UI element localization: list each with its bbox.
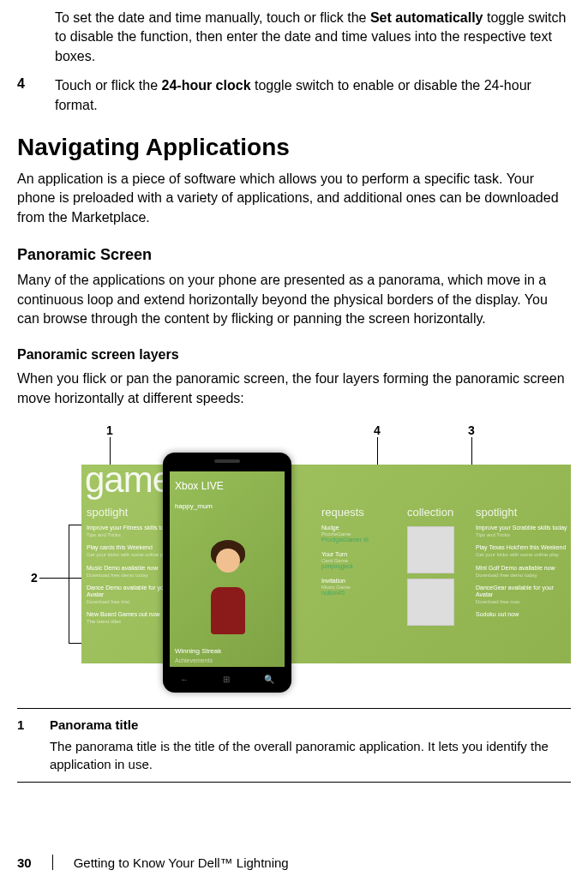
section-spotlight2: spotlight: [476, 506, 517, 519]
spotlight2-list: Improve your Scrabble skills todayTips a…: [476, 525, 570, 625]
list-item: Play Texas Hold'em this WeekendGet your …: [476, 544, 570, 557]
requests-list: NudgePuzzleGameProdigalGamer III Your Tu…: [321, 525, 399, 604]
list-item: NudgePuzzleGameProdigalGamer III: [321, 525, 399, 543]
windows-icon: ⊞: [223, 675, 230, 684]
list-item: DanceGear available for your AvatarDownl…: [476, 585, 570, 604]
footer-divider: [52, 855, 53, 870]
panorama-strip: games spotlight Improve your Fitness ski…: [81, 465, 571, 663]
navigating-para: An application is a piece of software wh…: [17, 170, 571, 227]
list-item: InvitationMusic Gamenotion45: [321, 578, 399, 596]
def-description: The panorama title is the title of the o…: [50, 737, 571, 773]
step-text: Touch or flick the 24-hour clock toggle …: [55, 76, 571, 115]
def-title: Panorama title: [50, 717, 571, 732]
xbox-achievement: Winning Streak: [175, 647, 221, 655]
heading-panoramic-layers: Panoramic screen layers: [17, 347, 571, 363]
definition-table: 1 Panorama title The panorama title is t…: [17, 708, 571, 783]
step-number: 4: [17, 76, 55, 115]
text: Touch or flick the: [55, 78, 162, 93]
section-collection: collection: [407, 506, 453, 519]
manual-set-para: To set the date and time manually, touch…: [55, 9, 571, 66]
page-footer: 30 Getting to Know Your Dell™ Lightning: [0, 855, 289, 870]
xbox-achievement-sub: Achievements: [175, 657, 213, 663]
panorama-figure: 1 4 3 2 games spotlight Improve your Fit…: [17, 423, 571, 698]
def-number: 1: [17, 717, 50, 773]
list-item: Sodoku out now: [476, 611, 570, 618]
collection-tile: [407, 526, 454, 573]
callout-line: [39, 578, 82, 579]
step-4: 4 Touch or flick the 24-hour clock toggl…: [17, 76, 571, 115]
page-number: 30: [17, 855, 32, 870]
xbox-username: happy_mum: [175, 502, 213, 510]
phone-buttons: ← ⊞ 🔍: [163, 672, 291, 686]
chapter-title: Getting to Know Your Dell™ Lightning: [74, 855, 289, 870]
section-requests: requests: [321, 506, 364, 519]
search-icon: 🔍: [264, 675, 274, 684]
callout-4: 4: [374, 423, 381, 437]
list-item: Mini Golf Demo available nowDownload fre…: [476, 565, 570, 578]
panoramic-layers-para: When you flick or pan the panoramic scre…: [17, 369, 571, 408]
section-xbox-live: Xbox LIVE: [175, 480, 224, 492]
heading-panoramic-screen: Panoramic Screen: [17, 246, 571, 264]
section-spotlight: spotlight: [87, 506, 128, 519]
callout-bracket: [69, 525, 69, 643]
list-item: Your TurnCard Gamejumpingjack: [321, 551, 399, 569]
table-row: 1 Panorama title The panorama title is t…: [17, 717, 571, 773]
text: To set the date and time manually, touch…: [55, 10, 370, 25]
back-icon: ←: [180, 675, 189, 684]
clock-label: 24-hour clock: [162, 78, 251, 93]
callout-bracket: [69, 643, 82, 644]
callout-2: 2: [31, 571, 38, 585]
avatar-icon: [194, 531, 262, 634]
phone-screen: Xbox LIVE happy_mum Winning Streak Achie…: [170, 471, 285, 667]
heading-navigating-applications: Navigating Applications: [17, 134, 571, 161]
set-automatically-label: Set automatically: [370, 10, 483, 25]
phone-frame: Xbox LIVE happy_mum Winning Streak Achie…: [163, 453, 291, 693]
callout-1: 1: [106, 423, 113, 437]
list-item: Improve your Scrabble skills todayTips a…: [476, 525, 570, 537]
panoramic-para: Many of the applications on your phone a…: [17, 271, 571, 328]
callout-bracket: [69, 525, 82, 525]
callout-3: 3: [468, 423, 475, 437]
collection-tile: [407, 579, 454, 626]
